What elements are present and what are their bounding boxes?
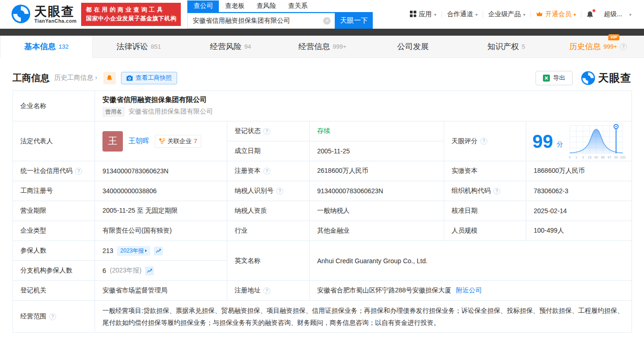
annual-report-label: 2023年报 [120,247,144,255]
tianyancha-swirl-icon [581,71,595,85]
related-companies-tag[interactable]: 关联企业 7 [155,135,201,148]
subscribe-bell-button[interactable] [103,72,116,84]
search-tab-boss[interactable]: 查老板 [219,0,250,12]
credit-code-label: 统一社会信用代码 [20,167,72,175]
help-icon[interactable]: ? [480,138,487,145]
nav-partner[interactable]: 合作通道 ▾ [442,10,483,19]
search-tabs: 查公司 查老板 查风险 查关系 [187,0,373,13]
branch-insured-count: 6 [102,267,106,274]
history-info-link[interactable]: 历史工商信息 › [54,74,97,82]
search-tab-company[interactable]: 查公司 [187,0,219,12]
nav-apps-label: 应用 [419,10,432,19]
reg-capital-label-cell: 注册资本? [227,161,310,181]
nav-apps[interactable]: 应用 ▾ [405,10,441,19]
help-icon[interactable]: ? [276,188,283,195]
export-button[interactable]: 导出 [536,71,573,85]
svg-text:100: 100 [620,156,625,159]
nav-vip[interactable]: 开通会员 ▾ [531,10,581,19]
help-icon[interactable]: ? [263,287,270,294]
export-button-label: 导出 [553,74,565,82]
search-block: 查公司 查老板 查风险 查关系 ✕ 天眼一下 [187,0,373,29]
promo-line1: 都在用的商业查询工具 [86,6,176,14]
business-info-table: 企业名称 安徽省信用融资担保集团有限公司 曾用名 安徽省信用担保集团有限公司 法… [13,90,632,333]
business-scope-label-cell: 经营范围? [13,301,95,333]
paid-capital-label: 实缴资本 [444,161,526,181]
svg-text:0: 0 [569,156,571,159]
org-code-label-cell: 组织机构代码? [444,181,526,201]
search-button[interactable]: 天眼一下 [335,13,373,29]
vip-badge: VIP [608,34,620,40]
nav-enterprise-label: 企业级产品 [488,10,521,19]
clear-search-icon[interactable]: ✕ [323,17,331,25]
tianyancha-logo[interactable]: 天眼查 TianYanCha.com [11,4,77,25]
network-icon [159,138,165,144]
nav-super-vip[interactable]: 超级... [599,10,624,19]
reg-address-cell: 安徽省合肥市蜀山区怀宁路288号安徽担保大厦 附近公司 [310,281,632,301]
legal-rep-link[interactable]: 王朝晖 [128,137,149,146]
tab-business-info[interactable]: 经营信息999+ [276,36,368,57]
annual-report-tag[interactable]: 2023年报 [117,246,150,256]
tab-operating-risk[interactable]: 经营风险94 [185,36,276,57]
table-row: 经营范围? 一般经营项目:贷款担保、票据承兑担保、贸易融资担保、项目融资担保、信… [13,301,632,333]
reg-number-label: 工商注册号 [13,181,95,201]
trend-chart-button[interactable] [154,247,163,255]
tab-label: 经营信息 [299,41,330,52]
tab-legal-litigation[interactable]: 法律诉讼851 [93,36,185,57]
table-row: 参保人数 213 2023年报 英文名称 Anhui Credit Guaran… [13,241,632,261]
tab-company-development[interactable]: 公司发展 [369,36,460,57]
section-header: 工商信息 历史工商信息 › 查看工商快照 导出 天眼查 [0,70,644,86]
tab-label: 法律诉讼 [116,41,148,52]
svg-text:99: 99 [614,156,618,159]
business-term-label: 营业期限 [13,201,95,221]
company-name: 安徽省信用融资担保集团有限公司 [102,95,624,104]
svg-text:50: 50 [594,156,598,159]
business-snapshot-button[interactable]: 查看工商快照 [121,72,177,84]
search-tab-relation[interactable]: 查关系 [282,0,313,12]
former-name: 安徽省信用担保集团有限公司 [128,108,213,116]
caret-right-icon [145,249,147,252]
approval-date-cell: 2025-02-14 [526,201,632,221]
reg-status-label-cell: 登记状态? [227,121,310,141]
search-input[interactable] [187,13,335,29]
top-bar: 天眼查 TianYanCha.com 都在用的商业查询工具 国家中小企业发展子基… [0,0,644,29]
taxpayer-id-label-cell: 纳税人识别号? [227,181,310,201]
tab-history-info[interactable]: VIP 历史信息 999+ ? [552,36,644,57]
industry-cell: 其他金融业 [310,221,444,241]
trend-chart-icon [147,268,153,274]
reg-address: 安徽省合肥市蜀山区怀宁路288号安徽担保大厦 [317,286,451,295]
help-icon[interactable]: ? [263,128,270,135]
chevron-down-icon: ▾ [434,12,436,17]
tab-count: 999+ [333,43,346,50]
tab-count: 851 [151,43,161,50]
tab-basic-info[interactable]: 基本信息132 [0,36,93,58]
nearby-companies-link[interactable]: 附近公司 [456,286,482,295]
org-code-label: 组织机构代码 [452,187,491,195]
nav-super-caret[interactable]: ▾ [624,12,637,17]
help-icon[interactable]: ? [263,168,270,175]
notifications-bell[interactable] [581,11,599,19]
english-name-label: 英文名称 [227,241,310,281]
established-label: 成立日期 [227,141,310,161]
tab-label: 公司发展 [397,41,429,52]
insured-cell: 213 2023年报 [95,241,227,261]
reg-status-label: 登记状态 [235,127,261,135]
tab-intellectual-property[interactable]: 知识产权5 [460,36,552,57]
taxpayer-id-cell: 91340000783060623N [310,181,444,201]
table-row: 工商注册号 340000000038806 纳税人识别号? 9134000078… [13,181,632,201]
help-icon[interactable]: ? [493,188,500,195]
tianyancha-swirl-icon [11,4,31,25]
avatar[interactable]: 王 [102,131,123,152]
help-icon[interactable]: ? [620,43,627,50]
nav-enterprise[interactable]: 企业级产品 ▾ [483,10,530,19]
trend-chart-button[interactable] [145,266,154,275]
help-icon[interactable]: ? [75,168,82,175]
score-value: 99 [532,132,553,151]
search-tab-risk[interactable]: 查风险 [250,0,282,12]
taxpayer-quality-label: 纳税人资质 [227,201,310,221]
reg-capital-cell: 2618600万人民币 [310,161,444,181]
company-name-cell: 安徽省信用融资担保集团有限公司 曾用名 安徽省信用担保集团有限公司 [95,91,632,121]
tab-count: 5 [522,43,525,50]
logo-title: 天眼查 [34,5,77,18]
company-type-cell: 有限责任公司(国有独资) [95,221,227,241]
help-icon[interactable]: ? [49,313,56,320]
